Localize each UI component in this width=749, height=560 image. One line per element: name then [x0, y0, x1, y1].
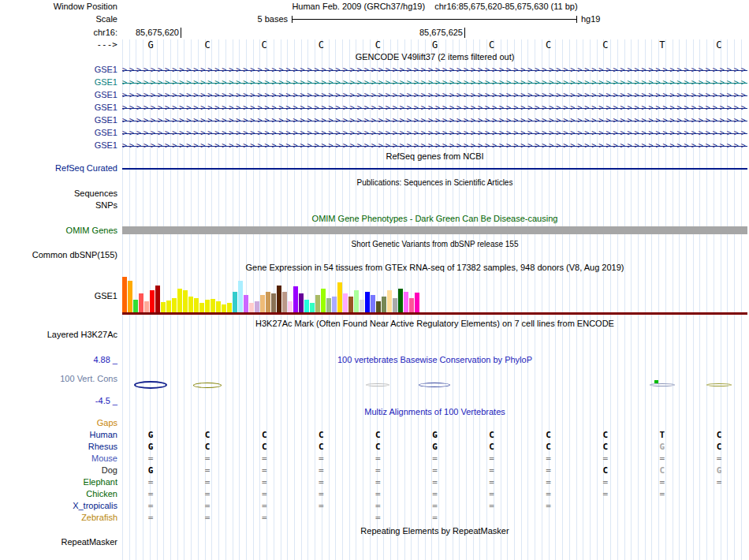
gtex-tissue-bar[interactable] — [244, 295, 248, 312]
transcript-arrow-line[interactable]: >>>>>>>>>>>>>>>>>>>>>>>>>>>>>>>>>>>>>>>>… — [122, 102, 747, 114]
gtex-tissue-bar[interactable] — [139, 293, 143, 312]
gtex-tissue-bar[interactable] — [365, 292, 370, 312]
gtex-tissue-bar[interactable] — [332, 297, 337, 312]
gtex-tissue-bar[interactable] — [271, 293, 276, 312]
gtex-tissue-bar[interactable] — [122, 277, 127, 312]
gtex-tissue-bar[interactable] — [216, 301, 221, 312]
gtex-tissue-bar[interactable] — [282, 292, 287, 312]
dbsnp-label[interactable]: Common dbSNP(155) — [0, 250, 119, 260]
gtex-tissue-bar[interactable] — [144, 301, 149, 312]
species-label[interactable]: Chicken — [0, 489, 119, 499]
gtex-tissue-bar[interactable] — [354, 290, 359, 312]
gtex-tissue-bar[interactable] — [260, 295, 265, 312]
gtex-tissue-bar[interactable] — [166, 301, 171, 312]
gtex-track-title: Gene Expression in 54 tissues from GTEx … — [122, 263, 747, 273]
gtex-tissue-bar[interactable] — [415, 293, 419, 312]
gtex-tissue-bar[interactable] — [299, 293, 304, 312]
gtex-tissue-bar[interactable] — [376, 301, 381, 312]
transcript-arrow-line[interactable]: >>>>>>>>>>>>>>>>>>>>>>>>>>>>>>>>>>>>>>>>… — [122, 89, 747, 102]
gtex-tissue-bar[interactable] — [266, 292, 270, 312]
transcript-arrow-line[interactable]: >>>>>>>>>>>>>>>>>>>>>>>>>>>>>>>>>>>>>>>>… — [122, 77, 747, 89]
align-base: = — [293, 489, 349, 499]
gencode-item-label[interactable]: GSE1 — [0, 140, 119, 151]
gtex-tissue-bar[interactable] — [393, 298, 397, 312]
omim-track-title: OMIM Gene Phenotypes - Dark Green Can Be… — [122, 214, 747, 224]
gtex-tissue-bar[interactable] — [172, 298, 177, 312]
species-label[interactable]: Elephant — [0, 477, 119, 487]
species-label[interactable]: Dog — [0, 465, 119, 476]
gtex-tissue-bar[interactable] — [188, 297, 193, 312]
strand-chevrons: >>>>>>>>>>>>>>>>>>>>>>>>>>>>>>>>>>>>>>>>… — [122, 115, 747, 126]
repeatmasker-label[interactable]: RepeatMasker — [0, 537, 119, 547]
gtex-tissue-bar[interactable] — [315, 295, 320, 312]
gencode-item-label[interactable]: GSE1 — [0, 77, 119, 88]
scale-bases-text: 5 bases — [122, 14, 288, 24]
gtex-tissue-bar[interactable] — [348, 297, 353, 312]
conservation-label[interactable]: 100 Vert. Cons — [0, 374, 119, 384]
gtex-tissue-bar[interactable] — [382, 297, 386, 312]
species-label[interactable]: Zebrafish — [0, 513, 119, 523]
species-label[interactable]: Rhesus — [0, 442, 119, 452]
refseq-gene-bar[interactable] — [122, 168, 747, 170]
gencode-item-label[interactable]: GSE1 — [0, 90, 119, 100]
transcript-arrow-line[interactable]: >>>>>>>>>>>>>>>>>>>>>>>>>>>>>>>>>>>>>>>>… — [122, 114, 747, 127]
gencode-item-label[interactable]: GSE1 — [0, 128, 119, 138]
gtex-tissue-bar[interactable] — [293, 286, 298, 312]
omim-gene-bar[interactable] — [122, 226, 747, 234]
gtex-tissue-bar[interactable] — [222, 304, 226, 312]
omim-genes-label[interactable]: OMIM Genes — [0, 226, 119, 236]
gtex-tissue-bar[interactable] — [211, 299, 215, 312]
gencode-item-label[interactable]: GSE1 — [0, 103, 119, 113]
sequences-label[interactable]: Sequences — [0, 189, 119, 199]
species-label[interactable]: X_tropicalis — [0, 501, 119, 511]
gtex-item-label[interactable]: GSE1 — [0, 291, 119, 301]
gtex-tissue-bar[interactable] — [249, 303, 254, 312]
transcript-arrow-line[interactable]: >>>>>>>>>>>>>>>>>>>>>>>>>>>>>>>>>>>>>>>>… — [122, 140, 747, 152]
gtex-tissue-bar[interactable] — [205, 300, 210, 312]
gtex-tissue-bar[interactable] — [255, 301, 259, 312]
gtex-tissue-bar[interactable] — [288, 301, 293, 312]
strand-arrow-label[interactable]: ---> — [0, 39, 119, 50]
gtex-tissue-bar[interactable] — [360, 300, 364, 312]
species-label[interactable]: Gaps — [0, 418, 119, 428]
gtex-tissue-bar[interactable] — [277, 286, 281, 312]
gtex-tissue-bar[interactable] — [161, 302, 166, 312]
gtex-tissue-bar[interactable] — [133, 300, 138, 312]
refseq-curated-label[interactable]: RefSeq Curated — [0, 163, 119, 174]
gtex-tissue-bar[interactable] — [404, 292, 408, 312]
gtex-tissue-bar[interactable] — [238, 281, 243, 312]
h3k27ac-track-title: H3K27Ac Mark (Often Found Near Active Re… — [122, 319, 747, 329]
gtex-tissue-bar[interactable] — [194, 298, 199, 312]
transcript-arrow-line[interactable]: >>>>>>>>>>>>>>>>>>>>>>>>>>>>>>>>>>>>>>>>… — [122, 127, 747, 140]
gtex-tissue-bar[interactable] — [371, 295, 375, 312]
gtex-tissue-bar[interactable] — [199, 303, 204, 312]
gtex-tissue-bar[interactable] — [128, 281, 132, 312]
gtex-tissue-bar[interactable] — [227, 303, 232, 312]
gencode-item-label[interactable]: GSE1 — [0, 115, 119, 125]
gtex-tissue-bar[interactable] — [409, 298, 414, 312]
gtex-tissue-bar[interactable] — [343, 293, 348, 312]
snps-label[interactable]: SNPs — [0, 200, 119, 211]
gtex-tissue-bar[interactable] — [310, 303, 315, 312]
species-label[interactable]: Human — [0, 430, 119, 440]
gtex-tissue-bar[interactable] — [177, 289, 182, 312]
position-range: chr16:85,675,620-85,675,630 (11 bp) — [434, 2, 577, 12]
gtex-tissue-bar[interactable] — [155, 286, 160, 312]
gtex-tissue-bar[interactable] — [150, 290, 155, 312]
species-label[interactable]: Mouse — [0, 454, 119, 464]
gtex-tissue-bar[interactable] — [398, 289, 403, 312]
reference-base: C — [691, 39, 747, 50]
gtex-tissue-bar[interactable] — [387, 290, 392, 312]
gtex-tissue-bar[interactable] — [326, 298, 331, 312]
gtex-tissue-bar[interactable] — [183, 290, 188, 312]
gtex-tissue-bar[interactable] — [337, 282, 342, 312]
gencode-item-label[interactable]: GSE1 — [0, 65, 119, 75]
align-base — [691, 513, 747, 523]
align-base — [349, 418, 406, 428]
reference-base: C — [464, 39, 520, 50]
transcript-arrow-line[interactable]: >>>>>>>>>>>>>>>>>>>>>>>>>>>>>>>>>>>>>>>>… — [122, 64, 747, 77]
gtex-tissue-bar[interactable] — [233, 292, 237, 312]
h3k27ac-label[interactable]: Layered H3K27Ac — [0, 330, 119, 340]
gtex-tissue-bar[interactable] — [304, 300, 309, 312]
gtex-tissue-bar[interactable] — [321, 289, 326, 312]
